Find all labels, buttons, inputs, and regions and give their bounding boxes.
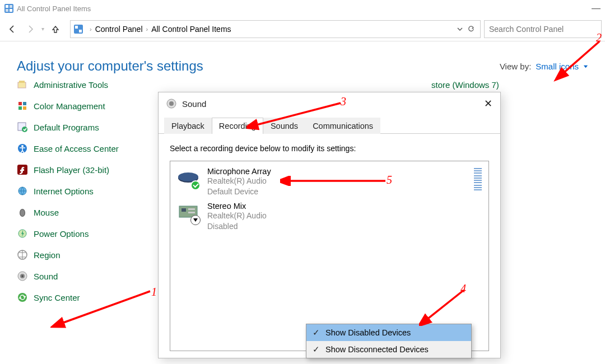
programs-icon (17, 122, 28, 133)
history-dropdown[interactable]: ▾ (41, 26, 44, 32)
address-bar[interactable]: › Control Panel › All Control Panel Item… (70, 20, 481, 38)
tab-playback[interactable]: Playback (164, 118, 212, 134)
dialog-titlebar[interactable]: Sound ✕ (159, 92, 500, 115)
dropdown-icon[interactable] (457, 26, 463, 32)
svg-rect-8 (18, 82, 26, 88)
svg-rect-2 (10, 5, 12, 8)
svg-rect-9 (19, 81, 25, 83)
cp-item-label: Flash Player (32-bit) (34, 165, 109, 175)
forward-button[interactable] (21, 20, 39, 38)
svg-point-18 (21, 145, 24, 147)
svg-rect-11 (18, 102, 22, 105)
device-name: Microphone Array (207, 167, 466, 176)
device-microphone-array[interactable]: Microphone Array Realtek(R) Audio Defaul… (173, 165, 486, 199)
instruction-text: Select a recording device below to modif… (170, 144, 489, 153)
check-icon: ✓ (306, 345, 325, 354)
breadcrumb-current[interactable]: All Control Panel Items (151, 25, 231, 34)
chevron-right-icon: › (146, 26, 148, 32)
flash-icon (17, 164, 28, 175)
dropdown-triangle-icon (583, 64, 588, 69)
view-by-label: View by: (500, 62, 531, 71)
tab-communications[interactable]: Communications (305, 118, 380, 134)
svg-rect-1 (6, 5, 8, 8)
device-stereo-mix[interactable]: Stereo Mix Realtek(R) Audio Disabled (173, 199, 486, 234)
svg-rect-14 (23, 106, 26, 110)
tools-icon (17, 79, 28, 90)
search-input[interactable] (484, 20, 602, 38)
cp-item-sync-center[interactable]: Sync Center (17, 287, 174, 308)
cp-item-flash-player[interactable]: Flash Player (32-bit) (17, 159, 174, 180)
menu-item-label: Show Disabled Devices (325, 328, 411, 337)
disabled-down-icon (190, 215, 201, 225)
view-by-selector[interactable]: View by: Small icons (500, 62, 588, 71)
svg-point-22 (20, 209, 25, 216)
menu-item-label: Show Disconnected Devices (325, 345, 429, 354)
cp-item-sound[interactable]: Sound (17, 265, 174, 287)
context-menu: ✓ Show Disabled Devices ✓ Show Disconnec… (306, 324, 472, 358)
navigation-bar: ▾ › Control Panel › All Control Panel It… (0, 17, 605, 41)
device-status: Default Device (207, 186, 466, 197)
color-icon (17, 100, 28, 111)
microphone-icon (177, 167, 199, 189)
region-icon (17, 249, 28, 260)
close-button[interactable]: ✕ (484, 97, 492, 110)
soundcard-icon (177, 202, 199, 224)
page-heading: Adjust your computer's settings (17, 58, 203, 74)
svg-rect-36 (188, 212, 195, 213)
svg-point-27 (22, 276, 24, 277)
device-list[interactable]: Microphone Array Realtek(R) Audio Defaul… (170, 161, 489, 351)
menu-show-disconnected[interactable]: ✓ Show Disconnected Devices (306, 341, 471, 358)
internet-icon (17, 185, 28, 197)
tab-sounds[interactable]: Sounds (263, 118, 305, 134)
cp-item-label: Sync Center (34, 293, 80, 302)
cp-item-label: Ease of Access Center (34, 144, 119, 153)
window-title: All Control Panel Items (17, 4, 91, 13)
tab-row: Playback Recording Sounds Communications (159, 115, 500, 134)
cp-item-default-programs[interactable]: Default Programs (17, 116, 174, 138)
cp-item-label: Region (34, 250, 61, 260)
control-panel-icon (4, 4, 13, 13)
cp-item-label: Administrative Tools (34, 80, 108, 90)
cp-item-label: Power Options (34, 229, 89, 239)
breadcrumb-root[interactable]: Control Panel (95, 25, 143, 34)
svg-rect-6 (75, 26, 78, 29)
cp-item-ease-of-access[interactable]: Ease of Access Center (17, 138, 174, 159)
sync-icon (17, 292, 28, 303)
svg-rect-12 (23, 102, 26, 105)
svg-point-30 (169, 101, 174, 106)
tab-recording[interactable]: Recording (212, 118, 263, 134)
header-row: Adjust your computer's settings View by:… (0, 41, 605, 74)
cp-item-label: Color Management (34, 101, 105, 111)
view-by-value: Small icons (536, 62, 579, 71)
cp-item-label: Sound (34, 272, 58, 281)
cp-item-label: Mouse (34, 208, 59, 217)
cp-item-mouse[interactable]: Mouse (17, 202, 174, 223)
cp-item-color-management[interactable]: Color Management (17, 95, 174, 116)
device-name: Stereo Mix (207, 202, 482, 211)
cp-item-internet-options[interactable]: Internet Options (17, 180, 174, 202)
device-provider: Realtek(R) Audio (207, 211, 482, 221)
svg-rect-4 (10, 9, 12, 12)
cp-item-administrative-tools[interactable]: Administrative Tools (17, 74, 174, 95)
svg-point-28 (18, 293, 27, 302)
speaker-icon (166, 99, 176, 109)
control-panel-icon (74, 25, 83, 34)
svg-rect-3 (6, 9, 8, 12)
cp-item-power-options[interactable]: Power Options (17, 223, 174, 244)
cp-item-region[interactable]: Region (17, 244, 174, 265)
cp-item-label: store (Windows 7) (431, 80, 499, 90)
refresh-icon[interactable] (468, 26, 474, 32)
window-titlebar: All Control Panel Items — (0, 0, 605, 17)
default-check-icon (190, 180, 201, 190)
dialog-title: Sound (182, 99, 206, 109)
check-icon: ✓ (306, 328, 325, 337)
svg-rect-35 (188, 208, 195, 210)
chevron-right-icon: › (90, 26, 92, 32)
back-button[interactable] (3, 20, 21, 38)
menu-show-disabled[interactable]: ✓ Show Disabled Devices (306, 324, 471, 341)
access-icon (17, 143, 28, 154)
minimize-button[interactable]: — (592, 3, 601, 13)
up-button[interactable] (46, 20, 64, 38)
svg-rect-7 (79, 30, 82, 32)
svg-point-16 (22, 127, 27, 132)
